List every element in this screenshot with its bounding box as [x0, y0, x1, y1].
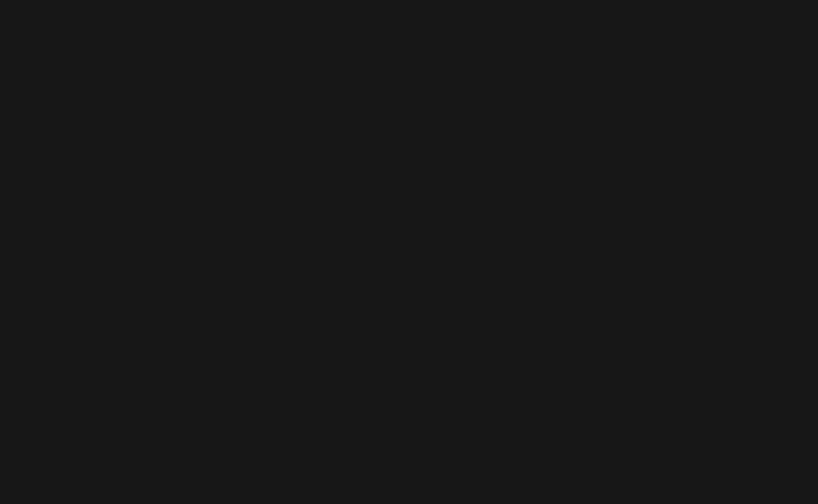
- video-metadata: [0, 0, 818, 4]
- frames-grid: [0, 4, 818, 10]
